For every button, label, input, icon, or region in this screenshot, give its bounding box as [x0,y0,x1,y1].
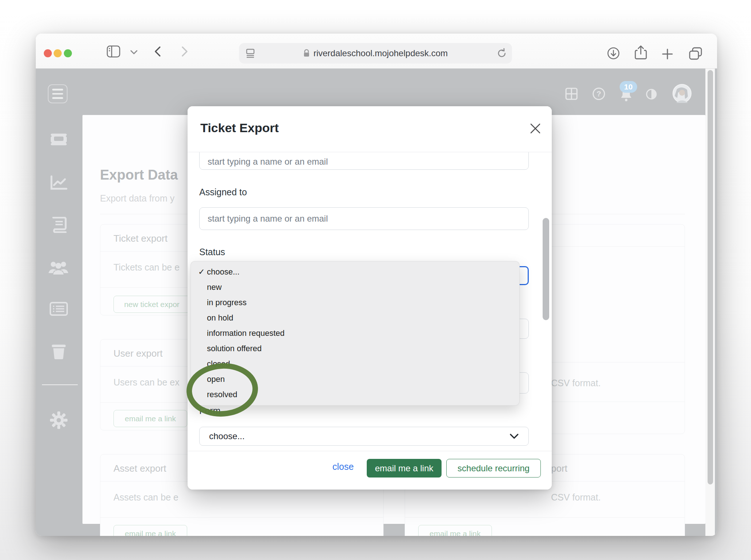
status-option[interactable]: in progress [191,295,519,310]
card-body: CSV format. [551,492,601,503]
sidebar-toggle-icon[interactable] [107,45,120,58]
asset-export-email-link-button[interactable]: email me a link [113,525,187,536]
menu-hamburger-icon[interactable] [48,84,68,103]
card-title: Asset export [113,463,166,474]
chevron-down-icon [509,433,519,439]
card-body: CSV format. [551,378,601,388]
form-select[interactable]: choose... [199,427,529,446]
address-bar[interactable]: riverdaleschool.mojohelpdesk.com [239,43,512,64]
avatar[interactable] [673,84,692,103]
sidebar-item-trash[interactable] [51,343,66,359]
browser-titlebar: riverdaleschool.mojohelpdesk.com [36,34,717,69]
close-window-button[interactable] [44,49,52,57]
page-scrollbar-thumb[interactable] [708,70,713,484]
chevron-down-icon[interactable] [130,50,138,55]
sidebar-divider [42,384,78,385]
page-settings-icon[interactable] [245,43,256,64]
assigned-to-input[interactable] [199,207,529,230]
status-option[interactable]: solution offered [191,341,519,356]
new-tab-icon[interactable] [662,48,673,60]
card-body: Tickets can be e [113,262,180,273]
schedule-recurring-button[interactable]: schedule recurring [446,459,541,477]
checkmark-icon: ✓ [198,264,205,280]
sidebar-item-tickets[interactable] [50,133,68,146]
modal-header: Ticket Export [188,106,552,152]
apps-grid-icon[interactable] [565,88,578,100]
page-title: Export Data [100,167,178,183]
email-me-a-link-button[interactable]: email me a link [367,459,442,477]
contrast-toggle-icon[interactable] [646,88,657,100]
status-label: Status [199,247,225,257]
back-button-icon[interactable] [153,46,162,57]
sidebar-item-reports[interactable] [50,175,68,191]
lock-icon [303,49,310,58]
user-export-email-link-button[interactable]: email me a link [113,410,187,427]
modal-close-link[interactable]: close [332,461,354,472]
url-text: riverdaleschool.mojohelpdesk.com [313,48,448,58]
page-subtitle: Export data from y [100,193,174,204]
modal-footer: close email me a link schedule recurring [188,451,552,490]
status-option[interactable]: information requested [191,326,519,341]
sidebar-item-users[interactable] [48,260,69,275]
help-icon[interactable]: ? [593,88,605,100]
form-select-value: choose... [209,431,244,441]
status-option[interactable]: ✓ choose... [191,264,519,280]
downloads-icon[interactable] [607,47,620,60]
sidebar-item-settings[interactable] [50,411,68,429]
modal-title: Ticket Export [200,121,279,135]
new-ticket-export-button[interactable]: new ticket expor [113,296,190,313]
notification-count-badge: 10 [620,81,637,93]
card-title: Ticket export [113,233,167,244]
card-body: Users can be ex [113,377,180,388]
card-body: Assets can be e [113,492,178,503]
sidebar-item-knowledge-base[interactable] [50,217,67,233]
modal-scrollbar-thumb[interactable] [543,218,549,320]
assigned-to-label: Assigned to [199,187,247,197]
ticket-export-modal: Ticket Export Assigned to Status ✓ choos… [188,106,552,490]
sidebar-item-lists[interactable] [50,302,68,316]
status-option[interactable]: new [191,280,519,295]
reload-icon[interactable] [497,43,507,64]
share-icon[interactable] [635,45,647,60]
forward-button-icon[interactable] [180,46,189,57]
right-export-email-link-button[interactable]: email me a link [418,525,492,536]
minimize-window-button[interactable] [54,49,62,57]
card-title: User export [113,348,162,359]
maximize-window-button[interactable] [64,49,72,57]
card-title: port [551,463,567,474]
status-option[interactable]: on hold [191,310,519,326]
tab-overview-icon[interactable] [688,47,703,61]
close-icon[interactable] [529,122,542,135]
